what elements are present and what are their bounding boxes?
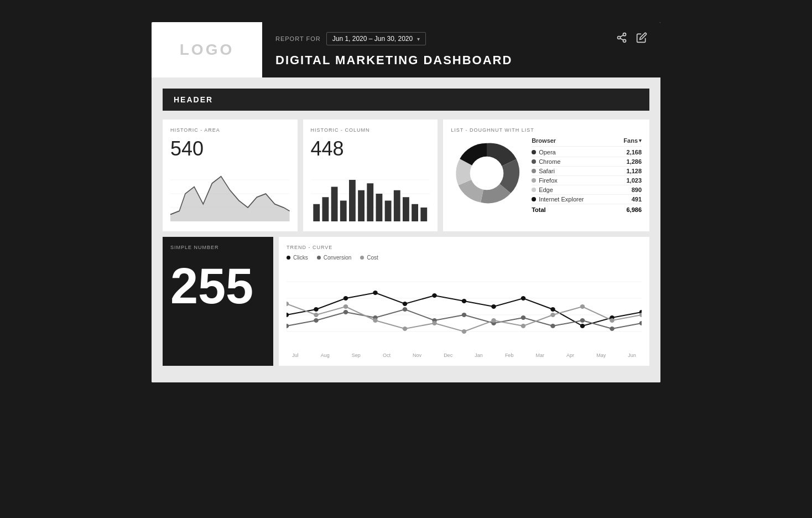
- svg-line-3: [620, 38, 623, 40]
- svg-point-57: [314, 313, 319, 317]
- svg-point-59: [373, 318, 378, 323]
- browser-total-row: Total 6,986: [532, 204, 642, 213]
- logo-area: LOGO: [152, 22, 262, 77]
- x-label-mar: Mar: [536, 353, 545, 358]
- svg-point-36: [462, 299, 467, 303]
- opera-dot: [532, 150, 536, 154]
- total-label: Total: [532, 206, 545, 213]
- svg-point-34: [403, 302, 408, 306]
- svg-rect-23: [412, 204, 418, 221]
- simple-number-title: SIMPLE NUMBER: [170, 245, 266, 250]
- svg-point-40: [580, 324, 585, 328]
- doughnut-inner: Browser Fans ▾ Opera 2: [451, 137, 642, 213]
- svg-rect-21: [393, 190, 400, 221]
- svg-point-65: [550, 313, 555, 317]
- svg-point-54: [610, 327, 615, 331]
- charts-row-1: HISTORIC - AREA 540 HISTORIC - COLUMN 44…: [163, 120, 649, 231]
- ie-dot: [532, 197, 536, 201]
- cost-dot: [360, 256, 364, 260]
- svg-point-30: [287, 313, 289, 317]
- svg-point-56: [287, 302, 289, 306]
- edit-icon[interactable]: [636, 32, 647, 46]
- date-selector[interactable]: Jun 1, 2020 – Jun 30, 2020 ▾: [326, 32, 426, 45]
- x-label-may: May: [596, 353, 606, 358]
- chrome-value: 1,286: [626, 158, 642, 165]
- svg-point-35: [432, 293, 437, 298]
- section-header: HEADER: [163, 89, 649, 111]
- svg-rect-16: [349, 180, 356, 221]
- x-label-aug: Aug: [321, 353, 330, 358]
- svg-point-31: [314, 307, 319, 312]
- svg-rect-18: [367, 183, 373, 221]
- firefox-dot: [532, 178, 536, 183]
- column-chart-svg: [311, 166, 430, 221]
- svg-point-51: [521, 315, 526, 320]
- browser-name-chrome: Chrome: [532, 158, 560, 165]
- conversion-dot: [317, 256, 321, 260]
- svg-point-37: [491, 304, 496, 309]
- x-axis-labels: Jul Aug Sep Oct Nov Dec Jan Feb Mar Apr …: [287, 353, 642, 358]
- svg-point-60: [403, 327, 408, 331]
- svg-point-0: [623, 33, 626, 36]
- svg-point-52: [550, 324, 555, 328]
- browser-name-safari: Safari: [532, 168, 555, 174]
- svg-point-44: [314, 318, 319, 323]
- fans-header[interactable]: Fans ▾: [623, 137, 642, 144]
- svg-rect-22: [403, 197, 409, 221]
- historic-column-value: 448: [311, 137, 430, 160]
- trend-curve-title: TREND - CURVE: [287, 245, 642, 250]
- header-right: REPORT FOR Jun 1, 2020 – Jun 30, 2020 ▾: [262, 22, 660, 77]
- table-row: Firefox 1,023: [532, 176, 642, 185]
- browser-table: Browser Fans ▾ Opera 2: [532, 137, 642, 213]
- sort-icon: ▾: [639, 138, 642, 143]
- svg-rect-13: [322, 197, 329, 221]
- share-icon[interactable]: [616, 32, 627, 46]
- svg-rect-12: [313, 204, 320, 221]
- ie-label: Internet Explorer: [539, 196, 584, 203]
- historic-column-card: HISTORIC - COLUMN 448: [303, 120, 438, 231]
- legend-conversion: Conversion: [317, 255, 352, 261]
- firefox-label: Firefox: [539, 177, 558, 184]
- svg-point-64: [521, 324, 526, 328]
- legend-cost: Cost: [360, 255, 378, 261]
- table-row: Opera 2,168: [532, 148, 642, 157]
- svg-rect-19: [376, 194, 382, 221]
- svg-point-62: [462, 329, 467, 334]
- svg-rect-15: [340, 201, 346, 222]
- col-browser-label: Browser: [532, 137, 556, 144]
- dashboard-title: DIGITAL MARKETING DASHBOARD: [275, 53, 647, 68]
- col-fans-label: Fans: [623, 137, 638, 144]
- simple-number-value: 255: [170, 261, 266, 311]
- doughnut-card: LIST - DOUGHNUT WITH LIST: [443, 120, 649, 231]
- header-icons: [616, 32, 647, 46]
- trend-curve-card: TREND - CURVE Clicks Conversion Cost: [279, 237, 649, 366]
- svg-point-67: [610, 318, 615, 323]
- table-row: Chrome 1,286: [532, 157, 642, 167]
- total-value: 6,986: [626, 206, 642, 213]
- cost-polyline: [287, 304, 642, 331]
- svg-point-53: [580, 318, 585, 323]
- chevron-down-icon: ▾: [417, 36, 420, 42]
- svg-point-66: [580, 304, 585, 309]
- ie-value: 491: [632, 196, 642, 203]
- svg-line-4: [620, 35, 623, 37]
- svg-point-58: [343, 304, 348, 309]
- x-label-nov: Nov: [413, 353, 421, 358]
- svg-point-47: [403, 307, 408, 312]
- svg-rect-14: [331, 187, 337, 222]
- svg-point-2: [623, 39, 626, 42]
- chrome-label: Chrome: [539, 158, 560, 165]
- conversion-label: Conversion: [324, 255, 352, 261]
- svg-point-49: [462, 313, 467, 317]
- trend-svg: [287, 265, 642, 348]
- opera-label: Opera: [539, 149, 556, 156]
- svg-point-55: [639, 321, 642, 325]
- svg-rect-20: [384, 201, 391, 222]
- safari-value: 1,128: [626, 168, 642, 174]
- x-label-jan: Jan: [475, 353, 483, 358]
- x-label-jul: Jul: [292, 353, 299, 358]
- doughnut-title: LIST - DOUGHNUT WITH LIST: [451, 127, 642, 133]
- trend-legend: Clicks Conversion Cost: [287, 255, 642, 261]
- area-chart-svg: [170, 166, 290, 221]
- historic-column-title: HISTORIC - COLUMN: [311, 127, 430, 133]
